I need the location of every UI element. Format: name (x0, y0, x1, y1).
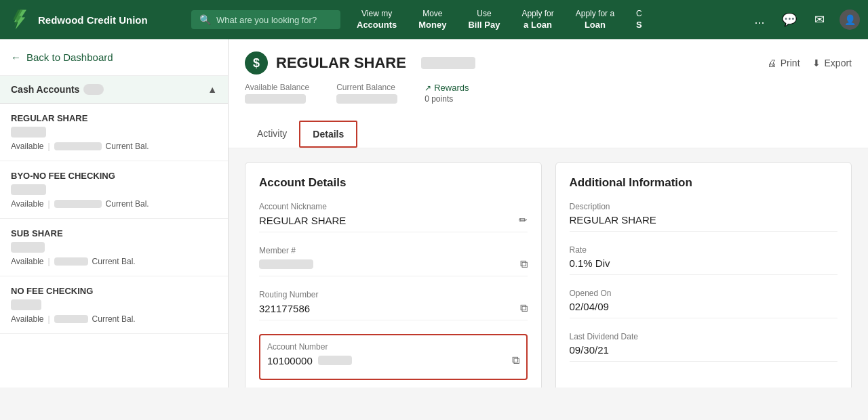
account-tabs: Activity Details (245, 121, 852, 148)
available-balance-item: Available Balance (245, 83, 309, 106)
logo-area: Redwood Credit Union (8, 7, 191, 32)
brand-name: Redwood Credit Union (38, 14, 148, 26)
external-link-icon: ↗ (425, 83, 431, 93)
account-nickname-label: Account Nickname (259, 202, 528, 211)
main-content: $ REGULAR SHARE 🖨 Print ⬇ Export (229, 39, 868, 387)
nav-view-accounts[interactable]: View my Accounts (346, 3, 408, 37)
nav-apply-loan-1[interactable]: Apply for a Loan (511, 3, 564, 37)
additional-info-card: Additional Information Description REGUL… (555, 162, 852, 387)
user-icon[interactable]: 👤 (840, 9, 860, 30)
routing-number-value: 321177586 (259, 303, 310, 314)
rewards-link[interactable]: ↗ Rewards (425, 83, 469, 93)
sidebar-account-regular-share[interactable]: REGULAR SHARE Available | Current Bal. (0, 104, 228, 161)
sidebar-account-sub-share[interactable]: SUB SHARE Available | Current Bal. (0, 219, 228, 276)
description-label: Description (570, 202, 838, 211)
nav-view-accounts-top: View my (361, 9, 392, 18)
field-account-nickname: Account Nickname REGULAR SHARE ✏ (259, 202, 528, 232)
current-bal-label-byo: Current Bal. (106, 199, 149, 209)
field-account-number: Account Number 10100000 ⧉ (259, 334, 528, 380)
nav-cs-bot: S (636, 20, 642, 30)
account-number-partial-masked (318, 356, 352, 365)
nav-apply-loan-2-top: Apply for a (576, 9, 614, 18)
available-label: Available (11, 142, 43, 151)
sidebar: ← Back to Dashboard Cash Accounts ▲ REGU… (0, 39, 229, 387)
edit-nickname-icon[interactable]: ✏ (519, 214, 528, 226)
copy-member-number-icon[interactable]: ⧉ (520, 258, 528, 270)
current-bal-pill-no-fee (54, 315, 88, 323)
nav-cs[interactable]: C S (625, 3, 653, 37)
opened-on-value: 02/04/09 (570, 301, 609, 312)
opened-on-label: Opened On (570, 289, 838, 298)
account-details-title: Account Details (259, 176, 528, 190)
account-title-row: $ REGULAR SHARE 🖨 Print ⬇ Export (245, 51, 852, 75)
available-balance-value (245, 94, 306, 104)
print-label: Print (781, 58, 800, 68)
last-dividend-date-value: 09/30/21 (570, 344, 609, 356)
back-to-dashboard-button[interactable]: ← Back to Dashboard (0, 39, 228, 76)
account-bal-no-fee: Available | Current Bal. (11, 314, 217, 324)
copy-account-number-icon[interactable]: ⧉ (512, 354, 519, 366)
current-balance-value (336, 94, 397, 104)
nav-bill-pay[interactable]: Use Bill Pay (457, 3, 511, 37)
cash-accounts-title: Cash Accounts (11, 84, 79, 95)
nav-apply-loan-2[interactable]: Apply for a Loan (565, 3, 625, 37)
search-input[interactable] (216, 15, 332, 25)
current-balance-item: Current Balance (336, 83, 397, 106)
current-balance-label: Current Balance (336, 83, 397, 92)
collapse-icon[interactable]: ▲ (208, 84, 217, 95)
tab-activity[interactable]: Activity (245, 121, 299, 148)
member-number-label: Member # (259, 246, 528, 255)
top-navigation: Redwood Credit Union 🔍 View my Accounts … (0, 0, 868, 39)
available-balance-label: Available Balance (245, 83, 309, 92)
nav-apply-loan-2-bot: Loan (585, 20, 606, 30)
current-bal-pill-byo (54, 200, 102, 208)
account-bal-regular-share: Available | Current Bal. (11, 142, 217, 151)
sidebar-account-byo-checking[interactable]: BYO-NO FEE CHECKING Available | Current … (0, 161, 228, 219)
opened-on-row: 02/04/09 (570, 301, 838, 318)
routing-number-row: 321177586 ⧉ (259, 302, 528, 320)
back-to-dashboard-label: Back to Dashboard (26, 51, 113, 63)
sidebar-account-no-fee-checking[interactable]: NO FEE CHECKING Available | Current Bal. (0, 276, 228, 334)
tab-details[interactable]: Details (299, 121, 357, 148)
nav-bill-pay-bot: Bill Pay (468, 20, 500, 30)
search-bar[interactable]: 🔍 (191, 10, 340, 29)
nav-items: View my Accounts Move Money Use Bill Pay… (346, 3, 750, 37)
mail-icon[interactable]: ✉ (810, 12, 829, 27)
additional-info-title: Additional Information (570, 176, 838, 190)
overflow-menu-icon[interactable]: ... (750, 13, 769, 27)
rewards-link-label: Rewards (434, 83, 469, 93)
chat-icon[interactable]: 💬 (780, 12, 799, 27)
field-description: Description REGULAR SHARE (570, 202, 838, 232)
nav-move-money-top: Move (422, 9, 442, 18)
member-number-row: ⧉ (259, 258, 528, 276)
account-nickname-row: REGULAR SHARE ✏ (259, 214, 528, 232)
field-rate: Rate 0.1% Div (570, 245, 838, 275)
account-dollar-icon: $ (245, 51, 268, 75)
account-actions: 🖨 Print ⬇ Export (767, 58, 852, 68)
nav-cs-top: C (636, 9, 642, 18)
routing-number-label: Routing Number (259, 290, 528, 299)
export-button[interactable]: ⬇ Export (812, 58, 852, 68)
account-name-main: REGULAR SHARE (276, 54, 406, 72)
main-layout: ← Back to Dashboard Cash Accounts ▲ REGU… (0, 39, 868, 387)
nav-move-money[interactable]: Move Money (408, 3, 457, 37)
account-bal-byo: Available | Current Bal. (11, 199, 217, 209)
account-name-byo-checking: BYO-NO FEE CHECKING (11, 171, 217, 181)
rewards-points: 0 points (425, 94, 469, 104)
available-label-no-fee: Available (11, 314, 43, 324)
field-routing-number: Routing Number 321177586 ⧉ (259, 290, 528, 320)
current-bal-label-no-fee: Current Bal. (92, 314, 136, 324)
details-area: Account Details Account Nickname REGULAR… (229, 148, 868, 387)
cash-accounts-section-header: Cash Accounts ▲ (0, 76, 228, 104)
copy-routing-number-icon[interactable]: ⧉ (520, 302, 528, 314)
field-member-number: Member # ⧉ (259, 246, 528, 276)
rcu-logo-icon (8, 7, 33, 32)
print-button[interactable]: 🖨 Print (767, 58, 800, 68)
nav-apply-loan-1-top: Apply for (521, 9, 553, 18)
account-number-row: 10100000 ⧉ (267, 354, 519, 372)
account-number-masked (421, 57, 475, 69)
member-number-masked (259, 259, 313, 269)
back-arrow-icon: ← (11, 51, 21, 63)
rate-label: Rate (570, 245, 838, 255)
account-num-sub-share (11, 242, 45, 253)
